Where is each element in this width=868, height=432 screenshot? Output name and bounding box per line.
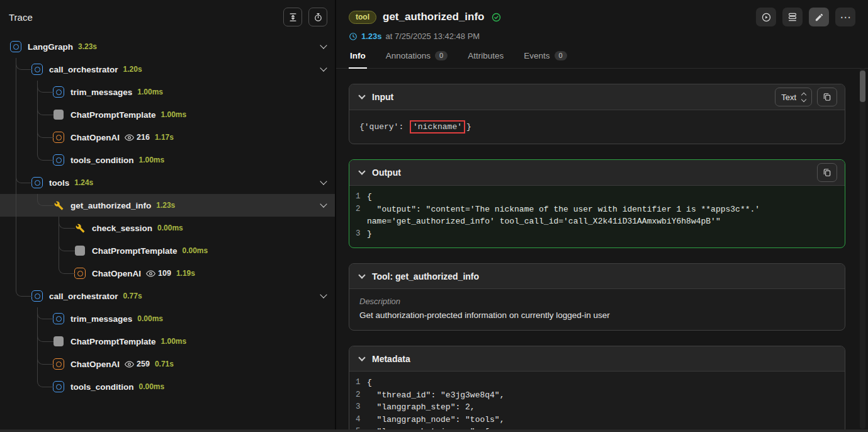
tree-row-tools_condition[interactable]: tools_condition0.00ms: [0, 375, 335, 398]
output-section-header[interactable]: Output: [349, 160, 845, 186]
tree-guide: [10, 239, 31, 262]
tree-row-trim_messages[interactable]: trim_messages1.00ms: [0, 81, 335, 103]
chevron-down-icon[interactable]: [320, 200, 327, 207]
tree-guide: [10, 58, 31, 81]
eye-icon: [125, 133, 134, 142]
tree-row-ChatOpenAI[interactable]: ChatOpenAI2161.17s: [0, 126, 335, 149]
tree-guide: [31, 194, 53, 217]
output-section-title: Output: [372, 168, 401, 178]
metadata-line: 4 "langgraph_node": "tools",: [349, 414, 836, 426]
chevron-down-icon: [358, 168, 365, 174]
line-number: 3: [349, 401, 367, 414]
input-section: Input Text {'query': 'nickname'}: [349, 84, 845, 144]
node-duration: 3.23s: [78, 42, 97, 51]
tree-row-tools_condition[interactable]: tools_condition1.00ms: [0, 149, 335, 171]
input-section-header[interactable]: Input Text: [349, 84, 845, 110]
more-options-button[interactable]: ⋯: [835, 8, 855, 26]
annotate-button[interactable]: [809, 8, 829, 26]
eye-icon: [125, 360, 134, 369]
run-meta-row: 1.23s at 7/25/2025 13:42:48 PM: [349, 31, 855, 41]
tree-node-label: call_orchestrator: [49, 292, 118, 301]
input-section-title: Input: [372, 92, 393, 102]
chain-icon: [31, 290, 43, 302]
chain-icon: [31, 177, 43, 188]
chain-icon: [31, 64, 43, 75]
code-text: "thread_id": "e3jg3we8q4",: [367, 389, 836, 402]
input-content: {'query': 'nickname'}: [349, 110, 845, 144]
run-title-row: tool get_authorized_info: [349, 8, 855, 26]
copy-output-button[interactable]: [817, 163, 837, 182]
tree-row-trim_messages[interactable]: trim_messages0.00ms: [0, 307, 335, 330]
tree-row-LangGraph[interactable]: LangGraph3.23s: [0, 35, 335, 58]
tree-row-ChatOpenAI[interactable]: ChatOpenAI1091.19s: [0, 262, 335, 285]
open-in-playground-button[interactable]: [756, 8, 776, 26]
node-duration: 0.71s: [155, 360, 174, 368]
scrollbar-thumb[interactable]: [860, 71, 865, 102]
token-count: 109: [158, 269, 171, 278]
tab-label: Annotations: [386, 51, 431, 60]
pencil-icon: [814, 13, 824, 22]
tree-row-call_orchestrator[interactable]: call_orchestrator1.20s: [0, 58, 335, 81]
output-line: 3}: [349, 228, 836, 241]
tree-row-ChatPromptTemplate[interactable]: ChatPromptTemplate0.00ms: [0, 239, 335, 262]
expand-rows-button[interactable]: [283, 8, 302, 26]
output-line: 1{: [349, 191, 836, 203]
tree-row-get_authorized_info[interactable]: get_authorized_info1.23s: [0, 194, 335, 217]
output-line: 2 "output": "content='The nickname of th…: [349, 203, 836, 228]
chevron-down-icon[interactable]: [320, 64, 327, 71]
llm-icon: [53, 358, 64, 370]
tab-events[interactable]: Events0: [522, 51, 568, 68]
tree-row-tools[interactable]: tools1.24s: [0, 171, 335, 194]
chevron-down-icon: [358, 92, 365, 99]
tree-row-ChatPromptTemplate[interactable]: ChatPromptTemplate1.00ms: [0, 103, 335, 126]
tree-guide: [10, 81, 31, 103]
tree-guide: [10, 217, 31, 239]
detail-tabs: InfoAnnotations0AttributesEvents0: [336, 51, 868, 69]
trace-panel-header: Trace: [0, 0, 335, 34]
select-stepper-icon: [802, 93, 806, 101]
tree-guide: [10, 149, 31, 171]
format-select[interactable]: Text: [775, 88, 812, 106]
tree-node-label: call_orchestrator: [49, 65, 118, 74]
tree-row-call_orchestrator[interactable]: call_orchestrator0.77s: [0, 285, 335, 307]
chevron-down-icon[interactable]: [320, 42, 327, 48]
run-actions: ⋯: [756, 8, 855, 26]
tree-guide: [10, 262, 31, 285]
tree-guide: [10, 171, 31, 194]
tab-info[interactable]: Info: [349, 51, 367, 68]
add-to-dataset-button[interactable]: [782, 8, 803, 26]
annotation-highlight: 'nickname': [410, 120, 465, 134]
tree-node-label: ChatPromptTemplate: [70, 110, 156, 120]
node-duration: 1.19s: [176, 269, 195, 278]
node-duration: 0.77s: [123, 292, 142, 300]
tree-node-label: trim_messages: [70, 314, 132, 324]
tree-row-check_session[interactable]: check_session0.00ms: [0, 217, 335, 239]
tree-guide: [10, 307, 31, 330]
tree-guide: [31, 103, 53, 126]
line-number: 1: [349, 377, 367, 389]
chain-icon: [53, 154, 64, 166]
tree-guide: [31, 149, 53, 171]
tree-row-ChatOpenAI[interactable]: ChatOpenAI2590.71s: [0, 353, 335, 375]
tab-attributes[interactable]: Attributes: [466, 51, 505, 68]
horizontal-scrollbar[interactable]: [0, 429, 868, 432]
play-circle-icon: [761, 12, 772, 23]
chevron-down-icon[interactable]: [320, 178, 327, 185]
metadata-section-header[interactable]: Metadata: [349, 346, 845, 372]
vertical-scrollbar[interactable]: [860, 68, 865, 429]
trace-tree: LangGraph3.23scall_orchestrator1.20strim…: [0, 34, 335, 432]
latency-toggle-button[interactable]: [308, 8, 327, 26]
tab-annotations[interactable]: Annotations0: [385, 51, 449, 68]
tree-guide: [31, 353, 53, 375]
copy-input-button[interactable]: [817, 88, 837, 106]
chevron-down-icon[interactable]: [320, 291, 327, 298]
tree-guide: [53, 239, 74, 262]
tool-section-header[interactable]: Tool: get_authorized_info: [349, 264, 845, 289]
code-text: {: [367, 191, 836, 203]
node-duration: 0.00ms: [157, 224, 183, 232]
token-count: 216: [137, 133, 150, 142]
tree-node-label: ChatOpenAI: [70, 360, 120, 369]
tree-guide: [31, 81, 53, 103]
tree-row-ChatPromptTemplate[interactable]: ChatPromptTemplate1.00ms: [0, 330, 335, 353]
tree-guide: [53, 217, 74, 239]
